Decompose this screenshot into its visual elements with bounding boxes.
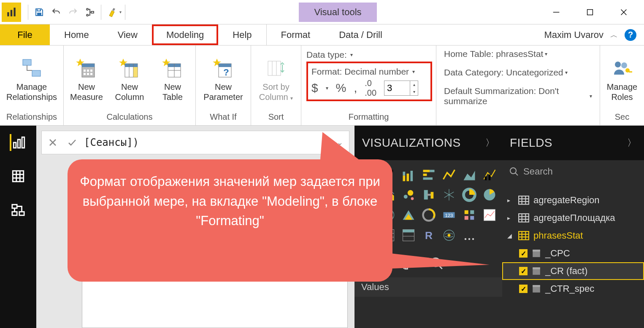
user-name[interactable]: Maxim Uvarov [544,30,603,40]
checkbox-checked-icon[interactable]: ✓ [519,267,528,275]
nav-data-icon[interactable] [10,168,27,185]
viz-type-icon[interactable] [480,226,499,245]
dropdown-icon: ▾ [565,70,568,75]
new-measure-button[interactable]: New Measure [68,56,105,102]
default-summarization-dropdown[interactable]: Default Summarization: Don't summarize▾ [444,86,592,106]
svg-point-78 [408,190,414,196]
viz-type-icon[interactable] [480,186,499,204]
svg-line-124 [515,173,518,175]
viz-type-icon[interactable] [419,206,438,224]
expand-icon[interactable]: ▸ [507,197,514,204]
tab-data-drill[interactable]: Data / Drill [325,24,397,45]
svg-point-42 [621,62,627,68]
home-table-dropdown[interactable]: Home Table: phrasesStat▾ [444,49,547,59]
viz-type-icon[interactable] [460,206,479,224]
maximize-button[interactable] [582,4,598,21]
tab-file[interactable]: File [0,24,50,45]
format-label: Format: Decimal number [311,67,409,77]
new-table-button[interactable]: New Table [154,56,191,102]
svg-rect-25 [125,64,138,67]
close-button[interactable] [615,4,632,21]
tab-view[interactable]: View [103,24,152,45]
panel-collapse-icon[interactable]: 〉 [485,137,495,149]
checkbox-checked-icon[interactable]: ✓ [519,285,528,293]
thousands-separator-button[interactable]: , [354,81,357,95]
tab-home[interactable]: Home [50,24,103,45]
manage-relationships-button[interactable]: Manage Relationships [4,56,59,102]
viz-type-icon[interactable] [419,165,438,184]
measure-cr-fact[interactable]: ✓ _CR (fact) [502,262,644,280]
manage-roles-button[interactable]: Manage Roles [603,56,641,102]
help-icon[interactable]: ? [625,29,636,41]
viz-type-icon[interactable] [399,226,418,245]
viz-type-icon[interactable] [480,206,499,224]
flow-icon[interactable] [81,4,98,21]
viz-type-icon[interactable] [419,186,438,204]
currency-button[interactable]: $ [311,81,318,95]
spin-down-icon[interactable]: ▾ [410,88,418,95]
manage-relationships-label: Manage Relationships [4,82,59,102]
annotation-callout: Формат отображения значений мер задается… [68,159,392,282]
spin-up-icon[interactable]: ▴ [410,81,418,88]
ribbon-collapse-icon[interactable]: ︿ [610,30,618,40]
new-column-button[interactable]: New Column [111,56,148,102]
dropdown-icon: ▾ [350,52,353,58]
nav-model-icon[interactable] [10,202,27,218]
sort-by-column-button[interactable]: Sort by Column ▾ [255,56,297,102]
decimal-places-value[interactable] [384,82,410,94]
panel-collapse-icon[interactable]: 〉 [627,137,637,149]
viz-type-icon[interactable] [440,226,458,245]
svg-rect-7 [91,11,94,13]
viz-type-icon[interactable] [440,186,458,204]
svg-rect-3 [37,9,41,11]
app-logo [2,3,21,22]
viz-type-icon[interactable]: 123 [440,206,458,224]
svg-text:123: 123 [445,213,453,218]
percent-button[interactable]: % [336,81,346,95]
save-icon[interactable] [31,4,48,21]
svg-rect-143 [533,267,540,269]
viz-type-icon[interactable] [460,165,479,184]
tab-format[interactable]: Format [267,24,325,45]
format-dropdown[interactable]: Format: Decimal number▾ [311,67,427,77]
svg-rect-19 [90,70,92,72]
data-type-dropdown[interactable]: Data type:▾ [306,50,431,60]
formula-text[interactable]: [Сеансы]) [84,137,330,148]
formula-commit-icon[interactable] [65,135,80,150]
tab-help[interactable]: Help [218,24,266,45]
measure-cpc[interactable]: ✓ _CPC [502,245,644,262]
undo-icon[interactable] [48,4,65,21]
formula-cancel-icon[interactable] [45,135,60,150]
checkbox-checked-icon[interactable]: ✓ [519,249,528,258]
decimal-places-input[interactable]: ▴ ▾ [384,81,418,96]
viz-type-icon[interactable] [399,206,418,224]
table-agregateploschadka[interactable]: ▸ agregateПлощадка [502,209,644,227]
viz-type-icon[interactable]: R [419,226,438,245]
table-phrasesstat[interactable]: ◢ phrasesStat [502,227,644,245]
svg-rect-66 [407,174,409,181]
viz-type-icon[interactable] [480,165,499,184]
nav-report-icon[interactable] [10,134,27,151]
format-painter-dropdown-icon[interactable]: ▾ [118,10,122,14]
new-parameter-button[interactable]: ? New Parameter [200,56,246,102]
redo-icon[interactable] [65,4,81,21]
viz-type-icon[interactable] [399,186,418,204]
viz-type-icon[interactable] [399,165,418,184]
collapse-icon[interactable]: ◢ [507,232,514,239]
viz-type-icon[interactable] [440,165,458,184]
data-category-dropdown[interactable]: Data Category: Uncategorized▾ [444,67,568,78]
fields-search-input[interactable]: Search [502,160,644,183]
tab-modeling[interactable]: Modeling [152,24,218,45]
visualizations-title: VISUALIZATIONS [362,136,461,150]
expand-icon[interactable]: ▸ [507,215,514,221]
measure-ctr-spec[interactable]: ✓ _CTR_spec [502,280,644,298]
svg-rect-22 [90,73,92,75]
viz-type-icon[interactable] [460,226,479,245]
table-agregateregion[interactable]: ▸ agregateRegion [502,191,644,209]
svg-point-123 [510,168,516,174]
minimize-button[interactable] [548,4,565,21]
separator [125,5,125,20]
formula-bar[interactable]: [Сеансы]) ⌄ [41,131,349,154]
currency-dropdown-icon[interactable]: ▾ [326,85,328,91]
viz-type-icon[interactable] [460,186,479,204]
